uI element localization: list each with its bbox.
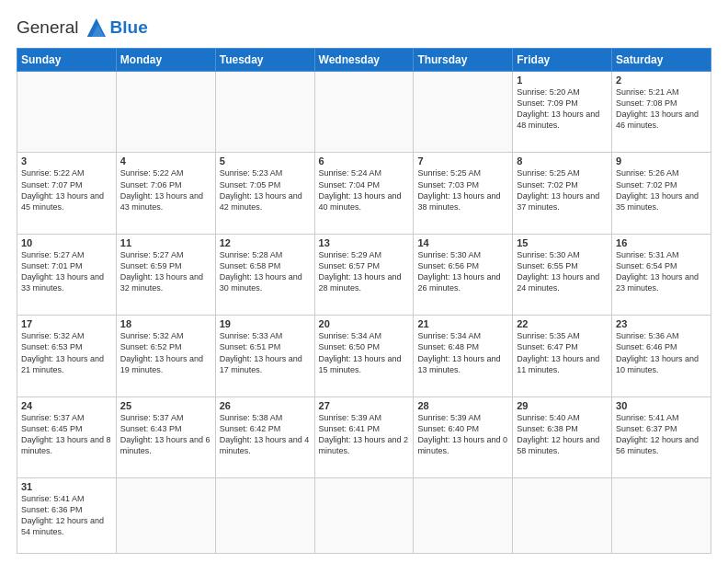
calendar-cell: 26Sunrise: 5:38 AM Sunset: 6:42 PM Dayli… <box>215 396 314 477</box>
calendar-cell: 23Sunrise: 5:36 AM Sunset: 6:46 PM Dayli… <box>612 316 711 396</box>
day-info: Sunrise: 5:39 AM Sunset: 6:41 PM Dayligh… <box>319 412 410 457</box>
calendar-cell <box>215 478 314 554</box>
day-number: 26 <box>220 400 311 411</box>
day-info: Sunrise: 5:31 AM Sunset: 6:54 PM Dayligh… <box>616 249 707 294</box>
day-number: 11 <box>120 237 211 248</box>
logo: General Blue <box>17 15 148 40</box>
calendar-cell <box>414 72 513 153</box>
calendar-cell: 24Sunrise: 5:37 AM Sunset: 6:45 PM Dayli… <box>17 396 117 477</box>
day-info: Sunrise: 5:21 AM Sunset: 7:08 PM Dayligh… <box>616 86 707 132</box>
calendar-cell <box>513 478 612 554</box>
day-info: Sunrise: 5:28 AM Sunset: 6:58 PM Dayligh… <box>220 249 311 294</box>
calendar-cell: 2Sunrise: 5:21 AM Sunset: 7:08 PM Daylig… <box>612 72 711 153</box>
day-of-week-header: Saturday <box>612 49 711 72</box>
day-number: 13 <box>319 237 410 248</box>
calendar-cell: 22Sunrise: 5:35 AM Sunset: 6:47 PM Dayli… <box>513 316 612 396</box>
calendar-cell <box>215 72 314 153</box>
day-of-week-header: Friday <box>513 49 612 72</box>
calendar-cell <box>414 478 513 554</box>
day-number: 28 <box>417 400 508 411</box>
calendar-cell: 15Sunrise: 5:30 AM Sunset: 6:55 PM Dayli… <box>513 234 612 315</box>
calendar-header-row: SundayMondayTuesdayWednesdayThursdayFrid… <box>17 49 711 72</box>
day-of-week-header: Sunday <box>17 49 117 72</box>
day-number: 19 <box>220 318 311 329</box>
calendar-cell: 20Sunrise: 5:34 AM Sunset: 6:50 PM Dayli… <box>314 316 414 396</box>
day-number: 16 <box>616 237 707 248</box>
calendar-cell: 9Sunrise: 5:26 AM Sunset: 7:02 PM Daylig… <box>612 153 711 234</box>
day-number: 5 <box>220 155 311 167</box>
day-number: 30 <box>616 400 707 411</box>
day-of-week-header: Thursday <box>414 49 513 72</box>
day-info: Sunrise: 5:40 AM Sunset: 6:38 PM Dayligh… <box>517 412 608 457</box>
day-number: 14 <box>417 237 508 248</box>
calendar-cell: 28Sunrise: 5:39 AM Sunset: 6:40 PM Dayli… <box>414 396 513 477</box>
day-info: Sunrise: 5:32 AM Sunset: 6:53 PM Dayligh… <box>21 330 112 375</box>
calendar-cell <box>17 72 117 153</box>
day-info: Sunrise: 5:30 AM Sunset: 6:56 PM Dayligh… <box>417 249 508 294</box>
calendar-cell <box>116 72 215 153</box>
calendar-cell: 29Sunrise: 5:40 AM Sunset: 6:38 PM Dayli… <box>513 396 612 477</box>
calendar-cell: 7Sunrise: 5:25 AM Sunset: 7:03 PM Daylig… <box>414 153 513 234</box>
day-info: Sunrise: 5:22 AM Sunset: 7:07 PM Dayligh… <box>21 167 112 213</box>
day-info: Sunrise: 5:41 AM Sunset: 6:36 PM Dayligh… <box>21 493 112 538</box>
day-number: 12 <box>220 237 311 248</box>
day-info: Sunrise: 5:22 AM Sunset: 7:06 PM Dayligh… <box>120 167 211 213</box>
day-of-week-header: Wednesday <box>314 49 414 72</box>
day-info: Sunrise: 5:38 AM Sunset: 6:42 PM Dayligh… <box>220 412 311 457</box>
day-of-week-header: Monday <box>116 49 215 72</box>
day-number: 1 <box>517 75 608 86</box>
calendar-cell: 27Sunrise: 5:39 AM Sunset: 6:41 PM Dayli… <box>314 396 414 477</box>
day-number: 25 <box>120 400 211 411</box>
calendar-cell: 6Sunrise: 5:24 AM Sunset: 7:04 PM Daylig… <box>314 153 414 234</box>
calendar-cell: 21Sunrise: 5:34 AM Sunset: 6:48 PM Dayli… <box>414 316 513 396</box>
day-info: Sunrise: 5:37 AM Sunset: 6:43 PM Dayligh… <box>120 412 211 457</box>
calendar-table: SundayMondayTuesdayWednesdayThursdayFrid… <box>17 48 711 554</box>
calendar-cell: 18Sunrise: 5:32 AM Sunset: 6:52 PM Dayli… <box>116 316 215 396</box>
day-info: Sunrise: 5:33 AM Sunset: 6:51 PM Dayligh… <box>220 330 311 375</box>
day-number: 10 <box>21 237 112 248</box>
day-number: 18 <box>120 318 211 329</box>
day-info: Sunrise: 5:34 AM Sunset: 6:50 PM Dayligh… <box>319 330 410 375</box>
day-number: 7 <box>417 155 508 167</box>
day-info: Sunrise: 5:27 AM Sunset: 6:59 PM Dayligh… <box>120 249 211 294</box>
day-info: Sunrise: 5:27 AM Sunset: 7:01 PM Dayligh… <box>21 249 112 294</box>
calendar-cell: 17Sunrise: 5:32 AM Sunset: 6:53 PM Dayli… <box>17 316 117 396</box>
day-info: Sunrise: 5:35 AM Sunset: 6:47 PM Dayligh… <box>517 330 608 375</box>
calendar-cell <box>314 72 414 153</box>
day-info: Sunrise: 5:32 AM Sunset: 6:52 PM Dayligh… <box>120 330 211 375</box>
day-number: 9 <box>616 155 707 167</box>
day-number: 2 <box>616 75 707 86</box>
day-number: 23 <box>616 318 707 329</box>
calendar-cell: 16Sunrise: 5:31 AM Sunset: 6:54 PM Dayli… <box>612 234 711 315</box>
calendar-cell: 25Sunrise: 5:37 AM Sunset: 6:43 PM Dayli… <box>116 396 215 477</box>
day-info: Sunrise: 5:20 AM Sunset: 7:09 PM Dayligh… <box>517 86 608 132</box>
day-info: Sunrise: 5:37 AM Sunset: 6:45 PM Dayligh… <box>21 412 112 457</box>
day-info: Sunrise: 5:36 AM Sunset: 6:46 PM Dayligh… <box>616 330 707 375</box>
day-number: 3 <box>21 155 112 167</box>
day-number: 4 <box>120 155 211 167</box>
calendar-cell <box>612 478 711 554</box>
calendar-cell <box>116 478 215 554</box>
day-number: 8 <box>517 155 608 167</box>
day-number: 22 <box>517 318 608 329</box>
calendar-cell: 31Sunrise: 5:41 AM Sunset: 6:36 PM Dayli… <box>17 478 117 554</box>
day-info: Sunrise: 5:25 AM Sunset: 7:03 PM Dayligh… <box>417 167 508 213</box>
calendar-cell: 10Sunrise: 5:27 AM Sunset: 7:01 PM Dayli… <box>17 234 117 315</box>
calendar-cell: 19Sunrise: 5:33 AM Sunset: 6:51 PM Dayli… <box>215 316 314 396</box>
day-number: 20 <box>319 318 410 329</box>
day-of-week-header: Tuesday <box>215 49 314 72</box>
day-info: Sunrise: 5:25 AM Sunset: 7:02 PM Dayligh… <box>517 167 608 213</box>
day-info: Sunrise: 5:41 AM Sunset: 6:37 PM Dayligh… <box>616 412 707 457</box>
page-header: General Blue <box>17 15 711 40</box>
day-number: 27 <box>319 400 410 411</box>
logo-text: General Blue <box>17 15 148 40</box>
calendar-cell <box>314 478 414 554</box>
day-number: 6 <box>319 155 410 167</box>
calendar-cell: 13Sunrise: 5:29 AM Sunset: 6:57 PM Dayli… <box>314 234 414 315</box>
calendar-cell: 12Sunrise: 5:28 AM Sunset: 6:58 PM Dayli… <box>215 234 314 315</box>
calendar-cell: 30Sunrise: 5:41 AM Sunset: 6:37 PM Dayli… <box>612 396 711 477</box>
calendar-cell: 11Sunrise: 5:27 AM Sunset: 6:59 PM Dayli… <box>116 234 215 315</box>
calendar-cell: 8Sunrise: 5:25 AM Sunset: 7:02 PM Daylig… <box>513 153 612 234</box>
day-info: Sunrise: 5:23 AM Sunset: 7:05 PM Dayligh… <box>220 167 311 213</box>
calendar-cell: 3Sunrise: 5:22 AM Sunset: 7:07 PM Daylig… <box>17 153 117 234</box>
